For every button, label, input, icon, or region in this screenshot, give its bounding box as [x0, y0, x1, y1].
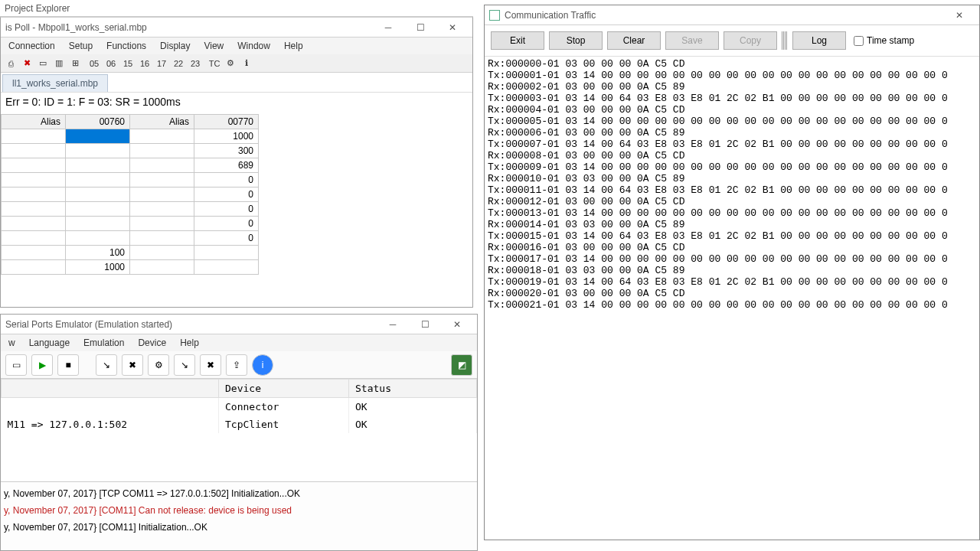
menu-device[interactable]: Device [135, 336, 169, 350]
cell[interactable] [2, 246, 66, 260]
table-row[interactable]: 689 [2, 158, 259, 173]
cell[interactable] [2, 144, 66, 158]
tc-icon[interactable]: TC [207, 56, 222, 71]
comm-titlebar[interactable]: Communication Traffic ✕ [485, 5, 979, 25]
clear-button[interactable]: Clear [607, 31, 661, 50]
print-icon[interactable]: ⎙ [3, 56, 18, 71]
cell[interactable] [2, 158, 66, 173]
cell[interactable] [66, 231, 130, 246]
export-icon[interactable]: ⇪ [226, 354, 247, 376]
config-icon[interactable]: ⚙ [148, 354, 169, 376]
menu-emulation[interactable]: Emulation [80, 336, 127, 350]
tb-05[interactable]: 05 [87, 56, 102, 71]
sheet-icon[interactable]: ▥ [51, 56, 67, 71]
menu-help[interactable]: Help [281, 39, 306, 53]
table-row[interactable]: 0 [2, 217, 259, 231]
cell[interactable] [130, 202, 194, 217]
cell[interactable]: 689 [194, 158, 259, 173]
cell[interactable] [130, 246, 194, 260]
emu-titlebar[interactable]: Serial Ports Emulator (Emulation started… [1, 315, 477, 334]
cell[interactable] [130, 260, 194, 275]
cell[interactable] [130, 231, 194, 246]
cell[interactable]: 1000 [194, 129, 259, 144]
col-blank[interactable] [2, 380, 219, 398]
unlink-icon[interactable]: ✖ [200, 354, 221, 376]
tb-15[interactable]: 15 [120, 56, 136, 71]
menu-language[interactable]: Language [26, 336, 73, 350]
cell[interactable] [2, 260, 66, 275]
tb-06[interactable]: 06 [103, 56, 119, 71]
cell[interactable]: 1000 [66, 260, 130, 275]
delete-icon[interactable]: ✖ [19, 56, 34, 71]
save-button[interactable]: Save [665, 31, 719, 50]
table-row[interactable]: 0 [2, 202, 259, 217]
copy-button[interactable]: Copy [724, 31, 777, 50]
close-button[interactable]: ✕ [944, 7, 975, 24]
exit-button[interactable]: Exit [491, 31, 544, 50]
cell[interactable] [130, 217, 194, 231]
tb-23[interactable]: 23 [188, 56, 203, 71]
menu-window[interactable]: Window [234, 39, 273, 53]
cell[interactable] [2, 187, 66, 202]
table-row[interactable]: 0 [2, 187, 259, 202]
info-icon[interactable]: i [252, 354, 273, 376]
cell[interactable] [66, 217, 130, 231]
stop-icon[interactable]: ■ [57, 354, 79, 376]
menu-view[interactable]: View [201, 39, 227, 53]
cell[interactable] [130, 173, 194, 187]
traffic-log[interactable]: Rx:000000-01 03 00 00 00 0A C5 CD Tx:000… [485, 57, 979, 312]
stop-button[interactable]: Stop [549, 31, 603, 50]
cell[interactable]: 0 [194, 173, 259, 187]
emu-log[interactable]: y, November 07, 2017} [TCP COM11 => 127.… [1, 481, 477, 550]
settings-icon[interactable]: ⚙ [223, 56, 238, 71]
play-icon[interactable]: ▶ [31, 354, 53, 376]
table-row[interactable]: 1000 [2, 129, 259, 144]
col-770[interactable]: 00770 [194, 115, 259, 129]
timestamp-checkbox[interactable]: Time stamp [854, 35, 914, 46]
cell[interactable] [2, 129, 66, 144]
col-alias-2[interactable]: Alias [130, 115, 194, 129]
cell[interactable]: 0 [194, 187, 259, 202]
close-button[interactable]: ✕ [442, 316, 472, 333]
cell[interactable] [130, 144, 194, 158]
cell[interactable] [66, 173, 130, 187]
tb-22[interactable]: 22 [171, 56, 186, 71]
close-button[interactable]: ✕ [437, 19, 468, 36]
table-row[interactable]: 1000 [2, 260, 259, 275]
table-row[interactable]: ConnectorOK [2, 398, 477, 416]
tb-17[interactable]: 17 [154, 56, 169, 71]
timestamp-input[interactable] [854, 36, 864, 46]
menu-help[interactable]: Help [177, 336, 202, 350]
new-icon[interactable]: ▭ [5, 354, 27, 376]
link-icon[interactable]: ↘ [174, 354, 195, 376]
cell[interactable] [66, 187, 130, 202]
col-device[interactable]: Device [219, 380, 349, 398]
help-icon[interactable]: ℹ [239, 56, 254, 71]
cell[interactable] [130, 187, 194, 202]
cell[interactable] [66, 158, 130, 173]
table-row[interactable]: 300 [2, 144, 259, 158]
maximize-button[interactable]: ☐ [405, 19, 436, 36]
cell[interactable] [2, 217, 66, 231]
cell[interactable] [66, 129, 130, 144]
minimize-button[interactable]: ─ [377, 316, 408, 333]
cell[interactable] [130, 158, 194, 173]
cell[interactable]: 0 [194, 202, 259, 217]
menu-display[interactable]: Display [157, 39, 193, 53]
menu-w[interactable]: w [5, 336, 18, 350]
tb-16[interactable]: 16 [137, 56, 152, 71]
cell[interactable] [66, 202, 130, 217]
maximize-button[interactable]: ☐ [410, 316, 440, 333]
table-row[interactable]: 0 [2, 231, 259, 246]
cell[interactable] [2, 231, 66, 246]
menu-functions[interactable]: Functions [103, 39, 149, 53]
log-button[interactable]: Log [792, 31, 846, 50]
register-grid[interactable]: Alias 00760 Alias 00770 1000300689000001… [1, 114, 259, 275]
table-row[interactable]: M11 => 127.0.0.1:502TcpClientOK [2, 416, 477, 433]
tool-icon[interactable]: ⊞ [67, 56, 83, 71]
cell[interactable]: 300 [194, 144, 259, 158]
divider-icon[interactable] [782, 31, 788, 50]
cell[interactable] [194, 246, 259, 260]
table-row[interactable]: 0 [2, 173, 259, 187]
minimize-button[interactable]: ─ [373, 19, 403, 36]
